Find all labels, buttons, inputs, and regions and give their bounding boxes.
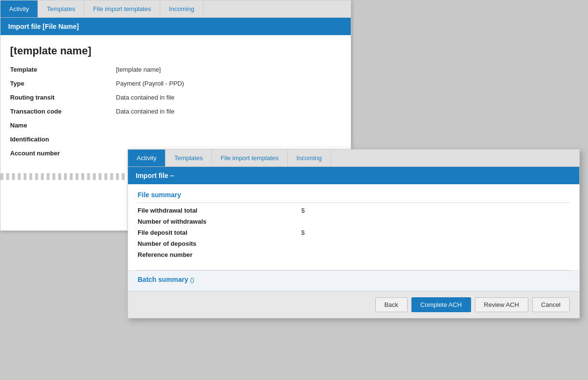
front-header-title: Import file – [136,172,174,179]
back-tab-file-import[interactable]: File import templates [84,0,160,17]
batch-summary-title: Batch summary () [138,276,570,286]
field-value-template: [template name] [116,66,161,73]
back-button[interactable]: Back [375,297,408,312]
front-tab-templates[interactable]: Templates [166,150,212,166]
file-deposit-label: File deposit total [138,229,301,236]
field-identification: Identification [10,136,341,143]
front-header-bar: Import file – [128,167,579,184]
back-header-title: Import file [File Name] [8,23,79,30]
footer-bar: Back Complete ACH Review ACH Cancel [128,291,579,318]
num-deposits-label: Number of deposits [138,240,301,247]
batch-summary-section: Batch summary () [128,270,579,291]
field-name: Name [10,122,341,129]
field-value-type: Payment (Payroll - PPD) [116,80,184,87]
front-tab-incoming[interactable]: Incoming [288,150,331,166]
num-withdrawals-label: Number of withdrawals [138,218,301,225]
back-tab-bar: Activity Templates File import templates… [0,0,351,18]
front-tab-activity[interactable]: Activity [128,150,166,166]
tab-spacer [204,0,351,17]
back-tab-incoming[interactable]: Incoming [160,0,204,17]
front-tab-bar: Activity Templates File import templates… [128,150,579,167]
field-routing: Routing transit Data contained in file [10,94,341,101]
batch-summary-label: Batch summary [138,276,190,283]
front-panel: Activity Templates File import templates… [128,149,580,318]
file-deposit-row: File deposit total $ [138,229,570,236]
field-label-name: Name [10,122,116,129]
field-label-type: Type [10,80,116,87]
batch-summary-suffix: () [190,276,194,283]
reference-number-row: Reference number [138,251,570,258]
field-label-identification: Identification [10,136,116,143]
file-summary-content: File withdrawal total $ Number of withdr… [128,203,579,270]
field-value-transaction-code: Data contained in file [116,108,174,115]
front-tab-spacer [331,150,579,166]
reference-number-label: Reference number [138,251,301,258]
field-label-transaction-code: Transaction code [10,108,116,115]
field-label-template: Template [10,66,116,73]
field-label-account-number: Account number [10,150,116,157]
file-withdrawal-row: File withdrawal total $ [138,207,570,214]
file-summary-title: File summary [128,184,579,203]
complete-ach-button[interactable]: Complete ACH [411,297,471,312]
page-title: [template name] [10,45,341,57]
field-template: Template [template name] [10,66,341,73]
num-deposits-row: Number of deposits [138,240,570,247]
field-label-routing: Routing transit [10,94,116,101]
file-withdrawal-value: $ [301,207,305,214]
field-type: Type Payment (Payroll - PPD) [10,80,341,87]
cancel-button[interactable]: Cancel [532,297,570,312]
front-tab-file-import[interactable]: File import templates [212,150,288,166]
file-deposit-value: $ [301,229,305,236]
back-tab-activity[interactable]: Activity [0,0,38,17]
file-withdrawal-label: File withdrawal total [138,207,301,214]
num-withdrawals-row: Number of withdrawals [138,218,570,225]
back-header-bar: Import file [File Name] [0,18,351,35]
field-transaction-code: Transaction code Data contained in file [10,108,341,115]
review-ach-button[interactable]: Review ACH [475,297,528,312]
back-tab-templates[interactable]: Templates [38,0,84,17]
field-value-routing: Data contained in file [116,94,174,101]
